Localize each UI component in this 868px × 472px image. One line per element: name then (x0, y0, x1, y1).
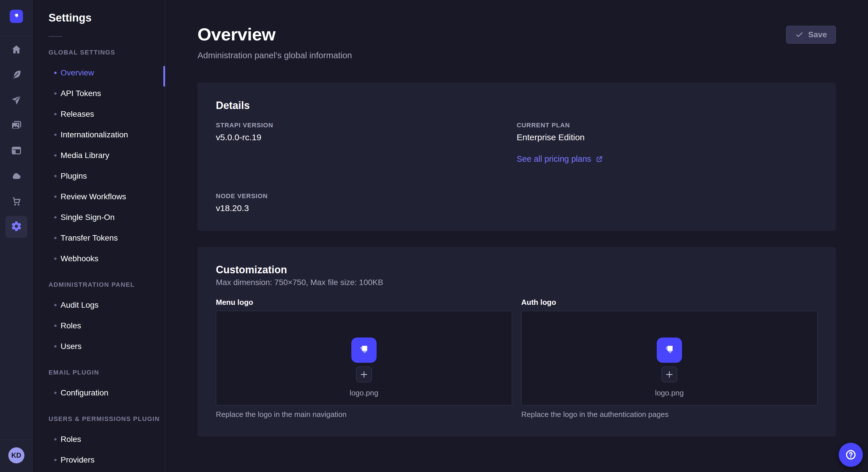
rail-bottom: KD (0, 440, 32, 472)
subnav-item-audit-logs[interactable]: Audit Logs (49, 295, 165, 315)
bullet-icon (54, 92, 57, 95)
settings-subnav: Settings GLOBAL SETTINGS Overview API To… (33, 0, 165, 472)
subnav-title: Settings (49, 11, 165, 24)
auth-logo-add-button[interactable] (662, 367, 677, 382)
subnav-item-up-providers[interactable]: Providers (49, 450, 165, 470)
bullet-icon (54, 345, 57, 347)
bullet-icon (54, 113, 57, 115)
subnav-item-label: Roles (61, 435, 81, 444)
rail-item-content-manager[interactable] (0, 63, 33, 88)
save-button-label: Save (808, 30, 827, 39)
menu-logo-dropzone[interactable]: logo.png (216, 311, 512, 405)
menu-logo-preview (351, 338, 377, 363)
auth-logo-filename: logo.png (655, 389, 684, 398)
bullet-icon (54, 459, 57, 461)
subnav-item-up-roles[interactable]: Roles (49, 429, 165, 450)
section-header-email-plugin: EMAIL PLUGIN (49, 369, 165, 376)
details-card: Details STRAPI VERSION v5.0.0-rc.19 CURR… (197, 82, 836, 231)
subnav-item-label: Providers (61, 456, 94, 465)
pricing-plans-link-label: See all pricing plans (517, 154, 591, 164)
section-header-users-permissions-plugin: USERS & PERMISSIONS PLUGIN (49, 415, 165, 423)
section-administration-panel-items: Audit Logs Roles Users (49, 295, 165, 357)
strapi-version-field: STRAPI VERSION v5.0.0-rc.19 (216, 122, 517, 164)
menu-logo-upload: Menu logo (216, 298, 512, 419)
save-button[interactable]: Save (786, 26, 836, 43)
bullet-icon (54, 258, 57, 260)
question-mark-icon (844, 448, 857, 461)
strapi-logo-icon (662, 342, 677, 359)
rail-item-releases[interactable] (0, 88, 33, 113)
pricing-plans-link[interactable]: See all pricing plans (517, 154, 603, 164)
subnav-item-admin-roles[interactable]: Roles (49, 315, 165, 336)
subnav-item-internationalization[interactable]: Internationalization (49, 125, 165, 145)
node-version-field: NODE VERSION v18.20.3 (216, 193, 517, 213)
subnav-item-label: Configuration (61, 388, 108, 398)
strapi-version-label: STRAPI VERSION (216, 122, 517, 129)
subnav-item-api-tokens[interactable]: API Tokens (49, 83, 165, 104)
auth-logo-hint: Replace the logo in the authentication p… (521, 410, 817, 419)
subnav-item-label: Webhooks (61, 254, 98, 263)
main-content: Overview Administration panel’s global i… (166, 0, 868, 472)
strapi-workspace-button[interactable] (10, 10, 23, 23)
auth-logo-dropzone[interactable]: logo.png (521, 311, 817, 405)
layout-icon (11, 145, 22, 158)
rail-item-deploy[interactable] (0, 164, 33, 189)
cart-icon (11, 195, 22, 208)
rail-item-media-library[interactable] (0, 113, 33, 138)
page-header-text: Overview Administration panel’s global i… (197, 25, 352, 60)
bullet-icon (54, 154, 57, 157)
user-avatar[interactable]: KD (8, 447, 24, 463)
subnav-item-plugins[interactable]: Plugins (49, 166, 165, 187)
menu-logo-add-button[interactable] (356, 367, 372, 382)
subnav-item-label: Single Sign-On (61, 213, 115, 222)
gear-icon (11, 221, 22, 233)
subnav-item-overview[interactable]: Overview (49, 63, 165, 83)
bullet-icon (54, 134, 57, 136)
section-global-settings-items: Overview API Tokens Releases Internation… (49, 63, 165, 269)
strapi-logo-icon (12, 12, 20, 21)
subnav-item-label: Internationalization (61, 130, 128, 139)
customization-card: Customization Max dimension: 750×750, Ma… (197, 247, 836, 437)
subnav-item-email-configuration[interactable]: Configuration (49, 382, 165, 403)
subnav-item-transfer-tokens[interactable]: Transfer Tokens (49, 228, 165, 248)
menu-logo-filename: logo.png (350, 389, 378, 398)
bullet-icon (54, 72, 57, 74)
details-card-title: Details (216, 100, 817, 111)
subnav-item-label: Review Workflows (61, 192, 126, 201)
bullet-icon (54, 325, 57, 327)
subnav-item-webhooks[interactable]: Webhooks (49, 248, 165, 269)
section-users-permissions-items: Roles Providers (49, 429, 165, 470)
rail-item-settings[interactable] (0, 214, 33, 239)
plus-icon (665, 370, 674, 379)
rail-item-marketplace[interactable] (0, 189, 33, 214)
menu-logo-hint: Replace the logo in the main navigation (216, 410, 512, 419)
strapi-logo-icon (356, 342, 372, 359)
bullet-icon (54, 237, 57, 239)
subnav-title-divider (49, 36, 62, 37)
feather-icon (11, 69, 22, 82)
bullet-icon (54, 304, 57, 306)
section-email-plugin-items: Configuration (49, 382, 165, 403)
customization-card-title: Customization (216, 264, 817, 276)
current-plan-field: CURRENT PLAN Enterprise Edition See all … (517, 122, 817, 164)
images-icon (11, 120, 22, 132)
plus-icon (360, 370, 369, 379)
current-plan-label: CURRENT PLAN (517, 122, 817, 129)
subnav-item-review-workflows[interactable]: Review Workflows (49, 187, 165, 207)
subnav-scrollbar-thumb[interactable] (163, 66, 165, 87)
subnav-item-admin-users[interactable]: Users (49, 336, 165, 357)
subnav-item-label: Audit Logs (61, 301, 98, 310)
node-version-label: NODE VERSION (216, 193, 517, 200)
subnav-item-releases[interactable]: Releases (49, 104, 165, 125)
subnav-item-single-sign-on[interactable]: Single Sign-On (49, 207, 165, 228)
rail-divider (0, 36, 32, 36)
node-version-value: v18.20.3 (216, 203, 517, 213)
bullet-icon (54, 216, 57, 218)
bullet-icon (54, 392, 57, 394)
help-button[interactable] (839, 443, 863, 467)
bullet-icon (54, 196, 57, 198)
rail-item-home[interactable] (0, 38, 33, 63)
rail-item-content-type-builder[interactable] (0, 138, 33, 164)
subnav-item-media-library[interactable]: Media Library (49, 145, 165, 166)
settings-active-pill (5, 216, 27, 238)
